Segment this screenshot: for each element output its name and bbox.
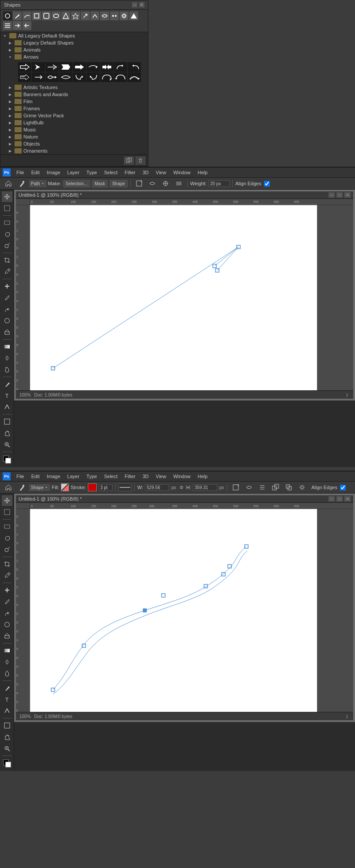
tree-item-ornaments[interactable]: ▶ Ornaments [0,147,148,154]
shape-icon-3[interactable] [23,11,31,20]
arrow-shape-4[interactable] [59,62,72,72]
hand-tool-2[interactable] [2,732,12,742]
shape-icon-15[interactable] [3,21,12,30]
transform-button-2[interactable] [230,483,242,492]
shape-icon-17[interactable] [23,21,31,30]
arrow-shape-15[interactable] [87,72,100,82]
pen-tool-button[interactable] [16,179,27,188]
menu-window[interactable]: Window [170,169,193,176]
eraser-tool-2[interactable] [2,631,12,641]
shape-dropdown[interactable]: Shape [29,484,50,491]
delete-button[interactable] [136,157,145,165]
transform-button[interactable] [133,179,145,188]
width-input[interactable] [145,484,169,491]
menu-layer[interactable]: Layer [64,169,83,176]
arrow-shape-1[interactable] [18,62,31,72]
menu-filter-2[interactable]: Filter [121,473,138,480]
tree-item-artistic[interactable]: ▶ Artistic Textures [0,84,148,91]
shape-icon-6[interactable] [52,11,60,20]
zoom-tool[interactable] [2,439,12,450]
doc-maximize-button-2[interactable]: □ [336,496,343,501]
align-button[interactable] [160,179,171,188]
arrow-shape-8[interactable] [114,62,127,72]
arrow-shape-18[interactable] [128,72,141,82]
menu-image-2[interactable]: Image [44,473,64,480]
menu-filter[interactable]: Filter [121,169,138,176]
healing-tool-2[interactable] [2,585,12,595]
arrow-shape-13[interactable] [59,72,72,82]
clone-tool-2[interactable] [2,608,12,618]
shape-icon-16[interactable] [13,21,22,30]
shape-tool-sidebar[interactable] [2,416,12,427]
eyedropper-tool[interactable] [2,266,12,277]
arrange-button-2[interactable] [270,483,281,492]
selection-button[interactable]: Selection... [63,180,90,187]
height-input[interactable] [193,484,217,491]
menu-file-2[interactable]: File [13,473,27,480]
history-tool-2[interactable] [2,619,12,630]
doc-maximize-button[interactable]: □ [336,192,343,198]
menu-help-2[interactable]: Help [195,473,211,480]
arrow-shape-10[interactable] [18,72,31,82]
menu-type-2[interactable]: Type [83,473,100,480]
tree-root[interactable]: ▾ All Legacy Default Shapes [0,32,148,39]
shape-icon-4[interactable] [32,11,41,20]
align-edges-checkbox-2[interactable] [340,485,346,490]
stroke-swatch[interactable] [88,483,97,491]
align-distribute-button[interactable] [257,483,268,492]
dodge-tool[interactable] [2,364,12,375]
shape-icon-10[interactable] [91,11,99,20]
bg-color-2[interactable] [5,762,11,767]
shape-icon-12[interactable] [110,11,119,20]
blur-tool[interactable] [2,353,12,363]
type-tool-2[interactable]: T [2,694,12,705]
doc-close-button[interactable]: ✕ [344,192,351,198]
type-tool[interactable]: T [2,390,12,401]
shape-icon-pen[interactable] [13,11,22,20]
arrow-shape-12[interactable] [45,72,59,82]
quick-select-tool[interactable] [2,240,12,251]
shape-icon-menu[interactable] [129,11,138,20]
menu-layer-2[interactable]: Layer [64,473,83,480]
menu-edit-2[interactable]: Edit [28,473,43,480]
shape-icon-gear[interactable] [120,11,128,20]
lasso-tool-2[interactable] [2,533,12,543]
pen-tool-button-2[interactable] [16,483,27,492]
menu-edit[interactable]: Edit [28,169,43,176]
menu-help[interactable]: Help [195,169,211,176]
tree-item-objects[interactable]: ▶ Objects [0,140,148,147]
tree-item-legacy[interactable]: ▶ Legacy Default Shapes [0,39,148,46]
tree-item-frames[interactable]: ▶ Frames [0,105,148,112]
brush-tool-2[interactable] [2,596,12,607]
arrow-shape-9[interactable] [128,62,141,72]
pen-tool-sidebar-2[interactable] [2,683,12,693]
crop-tool[interactable] [2,255,12,266]
pen-tool-sidebar[interactable] [2,379,12,389]
move-tool-2[interactable] [2,495,12,506]
arrow-shape-11[interactable] [32,72,45,82]
warp-button-2[interactable] [243,483,255,492]
scroll-right-icon-2[interactable] [344,713,350,719]
history-tool[interactable] [2,315,12,326]
tree-item-nature[interactable]: ▶ Nature [0,133,148,140]
arrow-shape-14[interactable] [73,72,86,82]
path-ops-button[interactable] [283,483,295,492]
tree-item-music[interactable]: ▶ Music [0,126,148,133]
gradient-tool-2[interactable] [2,645,12,656]
eyedropper-tool-2[interactable] [2,570,12,581]
menu-view-2[interactable]: View [153,473,170,480]
link-dimensions-icon[interactable] [178,484,185,490]
arrow-shape-16[interactable] [100,72,113,82]
tree-item-film[interactable]: ▶ Film [0,98,148,105]
stroke-width-input[interactable] [98,484,113,491]
background-color[interactable] [5,458,11,464]
mask-button[interactable]: Mask [92,180,108,187]
menu-image[interactable]: Image [44,169,64,176]
fg-bg-colors-2[interactable] [2,759,12,768]
path-select-tool-2[interactable] [2,706,12,716]
menu-window-2[interactable]: Window [170,473,193,480]
gradient-tool[interactable] [2,341,12,352]
tree-item-animals[interactable]: ▶ Animals [0,46,148,53]
fill-swatch[interactable] [61,483,69,491]
path-dropdown[interactable]: Path [29,180,46,187]
